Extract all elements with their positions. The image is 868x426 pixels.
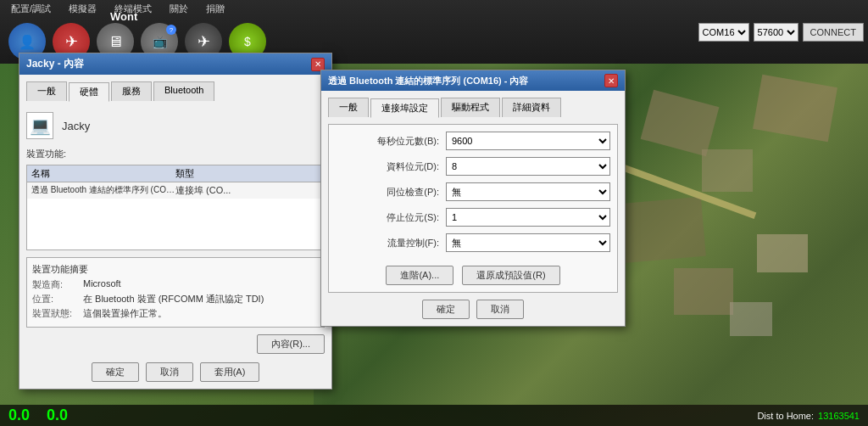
- location-value: 在 Bluetooth 裝置 (RFCOMM 通訊協定 TDI): [83, 293, 264, 305]
- manufacturer-key: 製造商:: [32, 278, 83, 291]
- device-function-table: 名稱 類型 透過 Bluetooth 連結的標準序列 (COM16) 連接埠 (…: [26, 165, 325, 250]
- screen-icon: 🖥: [108, 33, 123, 51]
- com-tab-bar: 一般 連接埠設定 驅動程式 詳細資料: [328, 98, 618, 117]
- dollar-icon: $: [244, 35, 251, 48]
- stopbits-row: 停止位元(S): 1 1.5 2: [336, 208, 610, 227]
- dist-label: Dist to Home:: [757, 411, 814, 421]
- person-icon: 👤: [19, 34, 36, 50]
- col-type: 類型: [175, 167, 320, 180]
- col-name: 名稱: [31, 167, 175, 180]
- device-tab-bar: 一般 硬體 服務 Bluetooth: [26, 81, 325, 101]
- com-tab-details[interactable]: 詳細資料: [502, 98, 561, 117]
- menu-simulator[interactable]: 模擬器: [66, 2, 99, 16]
- menu-config[interactable]: 配置/調試: [8, 2, 53, 16]
- parity-row: 同位檢查(P): 無 奇數 偶數: [336, 182, 610, 201]
- databits-row: 資料位元(D): 8 7 6 5: [336, 157, 610, 176]
- advanced-button[interactable]: 進階(A)...: [386, 266, 453, 285]
- tab-services[interactable]: 服務: [111, 81, 152, 101]
- device-icon: 💻: [26, 112, 53, 139]
- databits-label: 資料位元(D):: [336, 160, 446, 173]
- device-dialog-titlebar: Jacky - 內容 ✕: [19, 53, 331, 75]
- table-header: 名稱 類型: [27, 165, 324, 182]
- tab-hardware[interactable]: 硬體: [69, 82, 109, 102]
- dist-value: 13163541: [818, 411, 860, 421]
- flowcontrol-label: 流量控制(F):: [336, 237, 446, 249]
- com-dialog-buttons: 確定 取消: [328, 293, 618, 319]
- device-dialog-title: Jacky - 內容: [26, 57, 84, 71]
- device-dialog[interactable]: Jacky - 內容 ✕ 一般 硬體 服務 Bluetooth 💻 Jacky …: [19, 53, 332, 390]
- device-dialog-content: 一般 硬體 服務 Bluetooth 💻 Jacky 裝置功能: 名稱 類型 透…: [19, 75, 331, 389]
- tab-general[interactable]: 一般: [26, 81, 67, 101]
- flowcontrol-select[interactable]: 無 XON/XOFF 硬體: [446, 233, 610, 252]
- status-bar: 0.0 0.0 Dist to Home: 13163541: [0, 405, 868, 426]
- parity-select[interactable]: 無 奇數 偶數: [446, 182, 610, 201]
- screen2-icon: 📺: [153, 35, 167, 48]
- com-dialog-content: 一般 連接埠設定 驅動程式 詳細資料 每秒位元數(B): 9600 19200 …: [321, 91, 625, 326]
- plane-icon: ✈: [198, 32, 210, 51]
- row-name: 透過 Bluetooth 連結的標準序列 (COM16): [31, 184, 175, 197]
- stopbits-label: 停止位元(S):: [336, 211, 446, 224]
- parity-label: 同位檢查(P):: [336, 186, 446, 199]
- row-type: 連接埠 (CO...: [175, 184, 320, 197]
- menu-donate[interactable]: 捐贈: [203, 2, 227, 16]
- com-tab-port-settings[interactable]: 連接埠設定: [370, 98, 439, 118]
- table-row[interactable]: 透過 Bluetooth 連結的標準序列 (COM16) 連接埠 (CO...: [27, 182, 324, 199]
- baud-rate-select[interactable]: 57600: [754, 23, 798, 42]
- com-dialog-close[interactable]: ✕: [604, 74, 618, 87]
- stopbits-select[interactable]: 1 1.5 2: [446, 208, 610, 227]
- status-value: 這個裝置操作正常。: [83, 307, 167, 320]
- com-port-select[interactable]: COM16: [698, 23, 749, 42]
- databits-select[interactable]: 8 7 6 5: [446, 157, 610, 176]
- com-cancel-button[interactable]: 取消: [476, 300, 524, 319]
- location-key: 位置:: [32, 293, 83, 305]
- target-icon: ✈: [65, 32, 78, 51]
- toolbar-right: COM16 57600 CONNECT: [698, 23, 864, 42]
- baud-label: 每秒位元數(B):: [336, 135, 446, 148]
- device-apply-button[interactable]: 套用(A): [200, 362, 260, 382]
- com-dialog-title: 透過 Bluetooth 連結的標準序列 (COM16) - 內容: [328, 75, 529, 87]
- restore-button[interactable]: 還原成預設值(R): [462, 266, 559, 285]
- connect-button[interactable]: CONNECT: [803, 23, 864, 42]
- manufacturer-value: Microsoft: [83, 278, 121, 291]
- status-value2: 0.0: [47, 406, 68, 424]
- flowcontrol-row: 流量控制(F): 無 XON/XOFF 硬體: [336, 233, 610, 252]
- status-value1: 0.0: [8, 406, 30, 424]
- device-cancel-button[interactable]: 取消: [146, 362, 193, 382]
- device-ok-button[interactable]: 確定: [92, 362, 139, 382]
- tab-bluetooth[interactable]: Bluetooth: [153, 81, 214, 101]
- com-tab-content: 每秒位元數(B): 9600 19200 38400 57600 115200 …: [328, 124, 618, 293]
- status-left: 0.0 0.0: [8, 406, 68, 424]
- device-info-section: 裝置功能摘要 製造商: Microsoft 位置: 在 Bluetooth 裝置…: [26, 257, 325, 328]
- com-form-buttons: 進階(A)... 還原成預設值(R): [336, 259, 610, 285]
- device-icon-area: 💻 Jacky: [26, 108, 325, 148]
- status-key: 裝置狀態:: [32, 307, 83, 320]
- baud-row: 每秒位元數(B): 9600 19200 38400 57600 115200: [336, 132, 610, 150]
- wont-label: Wont: [110, 10, 137, 23]
- info-row-status: 裝置狀態: 這個裝置操作正常。: [32, 307, 319, 320]
- menu-about[interactable]: 關於: [167, 2, 191, 16]
- device-name: Jacky: [62, 120, 90, 132]
- properties-button[interactable]: 內容(R)...: [257, 334, 325, 354]
- com-dialog-titlebar: 透過 Bluetooth 連結的標準序列 (COM16) - 內容 ✕: [321, 70, 625, 91]
- function-section-label: 裝置功能:: [26, 148, 325, 160]
- info-row-location: 位置: 在 Bluetooth 裝置 (RFCOMM 通訊協定 TDI): [32, 293, 319, 305]
- com-ok-button[interactable]: 確定: [422, 300, 470, 319]
- device-dialog-buttons: 確定 取消 套用(A): [26, 358, 325, 382]
- menu-bar: 配置/調試 模擬器 終端模式 關於 捐贈: [4, 0, 698, 19]
- info-section-label: 裝置功能摘要: [32, 263, 319, 276]
- com-tab-driver[interactable]: 驅動程式: [441, 98, 500, 117]
- baud-select-field[interactable]: 9600 19200 38400 57600 115200: [446, 132, 610, 150]
- com-tab-general[interactable]: 一般: [328, 98, 369, 117]
- info-row-manufacturer: 製造商: Microsoft: [32, 278, 319, 291]
- com-dialog[interactable]: 透過 Bluetooth 連結的標準序列 (COM16) - 內容 ✕ 一般 連…: [320, 70, 626, 327]
